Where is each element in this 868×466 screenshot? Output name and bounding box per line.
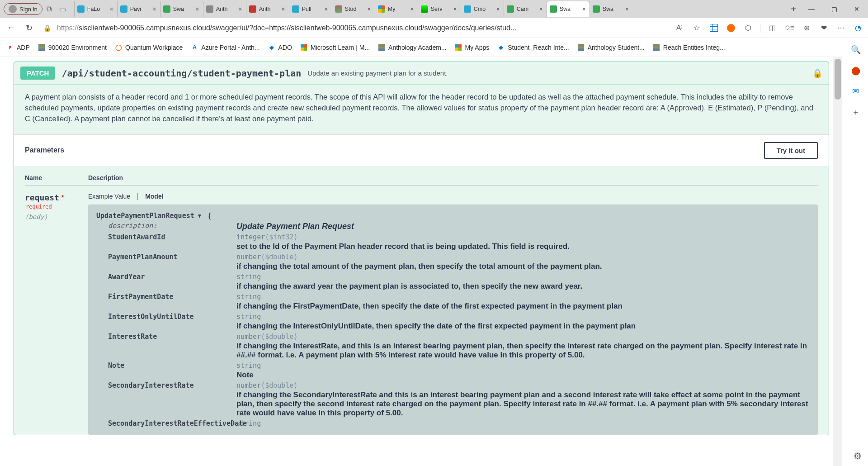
bookmark-favicon: A bbox=[191, 44, 198, 51]
field-type: number bbox=[236, 333, 261, 341]
settings-gear-icon[interactable]: ⚙ bbox=[854, 451, 862, 461]
tab-close-icon[interactable]: × bbox=[367, 5, 372, 13]
office-icon[interactable]: ⬤ bbox=[850, 65, 861, 76]
new-tab-button[interactable]: + bbox=[787, 4, 800, 14]
bookmark-item[interactable]: ◆ADO bbox=[268, 44, 292, 51]
browser-tab[interactable]: Serv× bbox=[418, 1, 461, 17]
browser-tab[interactable]: Swa× bbox=[590, 1, 632, 17]
field-name: InterestRate bbox=[96, 333, 236, 360]
search-icon[interactable]: 🔍 bbox=[850, 44, 861, 55]
tab-close-icon[interactable]: × bbox=[324, 5, 329, 13]
bookmark-label: Student_Reach Inte... bbox=[508, 44, 569, 51]
try-it-out-button[interactable]: Try it out bbox=[764, 142, 818, 159]
favorite-icon[interactable]: ☆ bbox=[691, 23, 702, 33]
opblock-header[interactable]: PATCH /api/student-accounting/student-pa… bbox=[14, 62, 829, 85]
tab-actions-icon[interactable]: ▭ bbox=[56, 5, 70, 14]
browser-tab[interactable]: Stud× bbox=[332, 1, 375, 17]
endpoint-path: /api/student-accounting/student-payment-… bbox=[61, 68, 301, 79]
back-button[interactable]: ← bbox=[5, 22, 17, 34]
workspaces-icon[interactable]: ⧉ bbox=[42, 5, 56, 13]
auth-lock-icon[interactable]: 🔒 bbox=[812, 68, 822, 78]
tab-close-icon[interactable]: × bbox=[453, 5, 458, 13]
tab-close-icon[interactable]: × bbox=[109, 5, 114, 13]
performance-icon[interactable]: ❤ bbox=[818, 23, 829, 33]
tab-label: Stud bbox=[345, 6, 367, 12]
refresh-button[interactable]: ↻ bbox=[23, 22, 35, 34]
browser-tab[interactable]: Swa× bbox=[160, 1, 203, 17]
bookmark-item[interactable]: Anthology Student... bbox=[577, 44, 645, 51]
tab-favicon bbox=[421, 5, 428, 13]
bookmark-item[interactable]: ◆Student_Reach Inte... bbox=[497, 44, 569, 51]
browser-tab[interactable]: Cam× bbox=[504, 1, 547, 17]
bookmark-item[interactable]: Anthology Academ... bbox=[378, 44, 446, 51]
tab-close-icon[interactable]: × bbox=[238, 5, 243, 13]
browser-tab[interactable]: Swa× bbox=[547, 1, 590, 17]
tab-close-icon[interactable]: × bbox=[152, 5, 157, 13]
minimize-button[interactable]: — bbox=[800, 5, 823, 13]
read-aloud-icon[interactable]: A⁾ bbox=[674, 23, 685, 33]
tab-close-icon[interactable]: × bbox=[410, 5, 415, 13]
bookmark-item[interactable]: 900020 Environment bbox=[38, 44, 107, 51]
sign-in-button[interactable]: Sign in bbox=[4, 3, 42, 15]
model-description-key: description: bbox=[96, 222, 236, 231]
url-field[interactable]: https://sisclientweb-900065.campusnexus.… bbox=[57, 24, 568, 32]
tab-close-icon[interactable]: × bbox=[281, 5, 286, 13]
tab-label: Anth bbox=[216, 6, 238, 12]
param-name: request bbox=[25, 193, 59, 202]
field-type: string bbox=[236, 293, 261, 301]
split-screen-icon[interactable]: ◫ bbox=[767, 23, 778, 33]
tab-label: Anth bbox=[259, 6, 281, 12]
model-field-row: SecondaryInterestRateEffectiveDatestring bbox=[96, 419, 810, 428]
favorites-menu-icon[interactable]: ✩≡ bbox=[784, 23, 795, 33]
tab-close-icon[interactable]: × bbox=[624, 5, 630, 13]
parameters-bar: Parameters Try it out bbox=[14, 134, 829, 166]
bookmark-label: My Apps bbox=[465, 44, 490, 51]
bookmark-item[interactable]: ◯Quantum Workplace bbox=[115, 44, 183, 51]
bookmark-favicon: ◆ bbox=[497, 44, 505, 51]
field-type: string bbox=[236, 313, 261, 321]
field-description: if changing the InterestRate, and this i… bbox=[236, 342, 810, 360]
tab-close-icon[interactable]: × bbox=[581, 5, 587, 13]
maximize-button[interactable]: ▢ bbox=[823, 5, 845, 13]
browser-tab[interactable]: Cmo× bbox=[461, 1, 504, 17]
field-name: AwardYear bbox=[96, 273, 236, 291]
bookmark-item[interactable]: AAzure Portal - Anth... bbox=[191, 44, 259, 51]
extensions-icon[interactable]: ⬡ bbox=[743, 23, 754, 33]
copilot-icon[interactable]: ◔ bbox=[853, 23, 863, 33]
tab-label: Swa bbox=[560, 6, 581, 12]
tab-model[interactable]: Model bbox=[145, 193, 163, 200]
param-in: (body) bbox=[25, 213, 88, 220]
site-info-button[interactable]: 🔒 bbox=[41, 22, 53, 34]
browser-tab[interactable]: Pull× bbox=[289, 1, 332, 17]
browser-right-rail: 🔍 ⬤ ✉ ＋ bbox=[843, 38, 868, 466]
outlook-icon[interactable]: ✉ bbox=[850, 86, 861, 97]
add-rail-icon[interactable]: ＋ bbox=[850, 107, 861, 118]
browser-tab[interactable]: Payr× bbox=[117, 1, 160, 17]
bookmark-item[interactable]: My Apps bbox=[455, 44, 490, 51]
more-menu-icon[interactable]: ⋯ bbox=[835, 23, 846, 33]
tab-close-icon[interactable]: × bbox=[538, 5, 544, 13]
bookmark-label: Microsoft Learn | M... bbox=[311, 44, 370, 51]
apps-grid-icon[interactable] bbox=[708, 23, 719, 33]
tab-favicon bbox=[292, 5, 299, 13]
field-type: number bbox=[236, 381, 261, 390]
bookmark-favicon: ◆ bbox=[268, 44, 275, 51]
field-type: integer bbox=[236, 233, 265, 241]
bookmark-item[interactable]: Reach Entities Integ... bbox=[653, 44, 725, 51]
extension-orange-icon[interactable] bbox=[726, 23, 736, 33]
collections-icon[interactable]: ⊕ bbox=[801, 23, 812, 33]
browser-tab[interactable]: FaLo× bbox=[74, 1, 117, 17]
browser-tab[interactable]: My× bbox=[375, 1, 418, 17]
close-window-button[interactable]: ✕ bbox=[845, 5, 868, 13]
bookmark-favicon bbox=[378, 44, 385, 51]
browser-tab[interactable]: Anth× bbox=[203, 1, 246, 17]
tab-favicon bbox=[77, 5, 85, 13]
tab-example-value[interactable]: Example Value bbox=[88, 193, 130, 200]
bookmark-item[interactable]: Microsoft Learn | M... bbox=[300, 44, 370, 51]
bookmark-item[interactable]: ꜰADP bbox=[6, 44, 30, 51]
browser-tab[interactable]: Anth× bbox=[246, 1, 289, 17]
endpoint-description: A payment plan consists of a header reco… bbox=[14, 85, 829, 134]
tab-close-icon[interactable]: × bbox=[495, 5, 501, 13]
tab-close-icon[interactable]: × bbox=[195, 5, 200, 13]
model-title-row[interactable]: UpdatePaymentPlanRequest ▼ { bbox=[96, 212, 810, 220]
